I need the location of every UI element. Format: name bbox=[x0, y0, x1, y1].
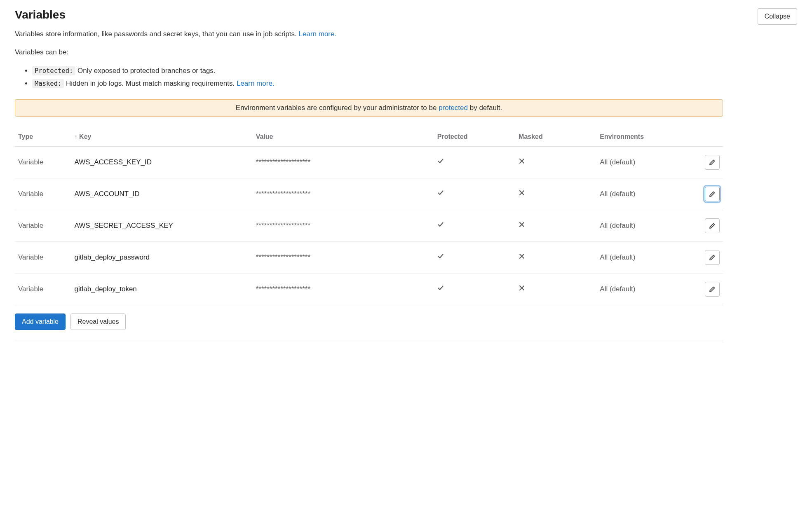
edit-button[interactable] bbox=[705, 187, 720, 201]
cell-environments: All (default) bbox=[596, 178, 690, 210]
cell-type: Variable bbox=[15, 241, 71, 273]
cell-environments: All (default) bbox=[596, 273, 690, 305]
x-icon bbox=[519, 221, 525, 228]
cell-key: AWS_SECRET_ACCESS_KEY bbox=[71, 210, 253, 241]
table-row: Variablegitlab_deploy_password**********… bbox=[15, 241, 723, 273]
x-icon bbox=[519, 189, 525, 196]
cell-type: Variable bbox=[15, 146, 71, 178]
table-row: VariableAWS_ACCOUNT_ID******************… bbox=[15, 178, 723, 210]
protected-tag: Protected: bbox=[32, 66, 75, 75]
col-header-key[interactable]: ↑Key bbox=[71, 127, 253, 147]
cell-actions bbox=[690, 210, 723, 241]
cell-masked bbox=[515, 210, 596, 241]
check-icon bbox=[437, 189, 444, 196]
sort-asc-icon: ↑ bbox=[75, 133, 78, 140]
pencil-icon bbox=[709, 286, 716, 292]
list-item: Protected: Only exposed to protected bra… bbox=[32, 65, 797, 77]
cell-actions bbox=[690, 241, 723, 273]
variables-can-be-text: Variables can be: bbox=[15, 47, 797, 58]
col-header-value[interactable]: Value bbox=[253, 127, 434, 147]
learn-more-link[interactable]: Learn more. bbox=[237, 80, 275, 87]
x-icon bbox=[519, 285, 525, 291]
cell-protected bbox=[434, 241, 515, 273]
cell-masked bbox=[515, 146, 596, 178]
alert-suffix: by default. bbox=[468, 104, 502, 112]
edit-button[interactable] bbox=[705, 155, 720, 170]
col-header-key-label: Key bbox=[79, 133, 91, 140]
col-header-masked[interactable]: Masked bbox=[515, 127, 596, 147]
col-header-protected[interactable]: Protected bbox=[434, 127, 515, 147]
cell-type: Variable bbox=[15, 178, 71, 210]
cell-protected bbox=[434, 146, 515, 178]
reveal-values-button[interactable]: Reveal values bbox=[70, 313, 126, 330]
variables-table: Type ↑Key Value Protected Masked Environ… bbox=[15, 127, 723, 305]
table-row: VariableAWS_SECRET_ACCESS_KEY***********… bbox=[15, 210, 723, 241]
cell-value: ******************** bbox=[253, 241, 434, 273]
edit-button[interactable] bbox=[705, 282, 720, 297]
pencil-icon bbox=[709, 191, 716, 197]
cell-protected bbox=[434, 178, 515, 210]
pencil-icon bbox=[709, 159, 716, 166]
cell-key: AWS_ACCOUNT_ID bbox=[71, 178, 253, 210]
table-row: VariableAWS_ACCESS_KEY_ID***************… bbox=[15, 146, 723, 178]
col-header-actions bbox=[690, 127, 723, 147]
cell-protected bbox=[434, 210, 515, 241]
cell-masked bbox=[515, 241, 596, 273]
collapse-button[interactable]: Collapse bbox=[758, 8, 797, 25]
x-icon bbox=[519, 158, 525, 164]
cell-environments: All (default) bbox=[596, 146, 690, 178]
alert-prefix: Environment variables are configured by … bbox=[236, 104, 439, 112]
list-item: Masked: Hidden in job logs. Must match m… bbox=[32, 77, 797, 90]
pencil-icon bbox=[709, 254, 716, 261]
cell-environments: All (default) bbox=[596, 241, 690, 273]
cell-key: AWS_ACCESS_KEY_ID bbox=[71, 146, 253, 178]
check-icon bbox=[437, 253, 444, 260]
x-icon bbox=[519, 253, 525, 260]
cell-value: ******************** bbox=[253, 273, 434, 305]
masked-desc: Hidden in job logs. Must match masking r… bbox=[64, 80, 237, 87]
pencil-icon bbox=[709, 222, 716, 229]
alert-banner: Environment variables are configured by … bbox=[15, 99, 723, 117]
cell-value: ******************** bbox=[253, 210, 434, 241]
check-icon bbox=[437, 285, 444, 291]
cell-masked bbox=[515, 178, 596, 210]
protected-desc: Only exposed to protected branches or ta… bbox=[75, 67, 215, 75]
cell-type: Variable bbox=[15, 210, 71, 241]
learn-more-link[interactable]: Learn more. bbox=[299, 30, 337, 38]
intro-text: Variables store information, like passwo… bbox=[15, 30, 299, 38]
cell-actions bbox=[690, 273, 723, 305]
cell-key: gitlab_deploy_password bbox=[71, 241, 253, 273]
cell-value: ******************** bbox=[253, 146, 434, 178]
add-variable-button[interactable]: Add variable bbox=[15, 313, 66, 330]
col-header-type[interactable]: Type bbox=[15, 127, 71, 147]
check-icon bbox=[437, 221, 444, 228]
masked-tag: Masked: bbox=[32, 79, 64, 88]
cell-protected bbox=[434, 273, 515, 305]
cell-type: Variable bbox=[15, 273, 71, 305]
cell-value: ******************** bbox=[253, 178, 434, 210]
edit-button[interactable] bbox=[705, 218, 720, 233]
check-icon bbox=[437, 158, 444, 164]
page-title: Variables bbox=[15, 8, 66, 21]
cell-environments: All (default) bbox=[596, 210, 690, 241]
alert-protected-link[interactable]: protected bbox=[439, 104, 468, 112]
variable-types-list: Protected: Only exposed to protected bra… bbox=[15, 65, 797, 90]
cell-actions bbox=[690, 146, 723, 178]
edit-button[interactable] bbox=[705, 250, 720, 265]
cell-key: gitlab_deploy_token bbox=[71, 273, 253, 305]
intro-paragraph: Variables store information, like passwo… bbox=[15, 29, 797, 40]
cell-actions bbox=[690, 178, 723, 210]
cell-masked bbox=[515, 273, 596, 305]
col-header-environments[interactable]: Environments bbox=[596, 127, 690, 147]
table-row: Variablegitlab_deploy_token*************… bbox=[15, 273, 723, 305]
